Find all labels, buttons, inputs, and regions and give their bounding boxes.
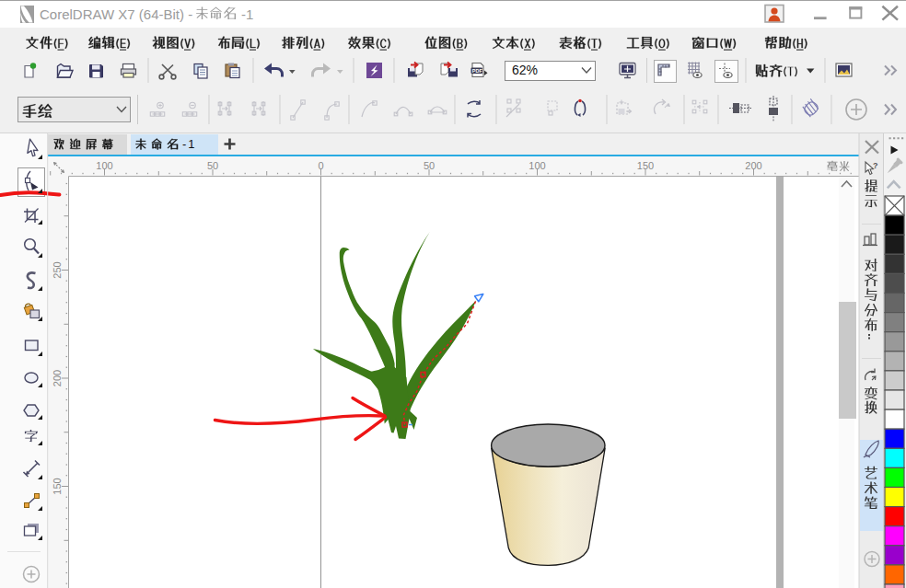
svg-text:250: 250 [52, 261, 63, 278]
svg-text:PDF: PDF [472, 68, 483, 74]
svg-text:?: ? [873, 161, 878, 170]
svg-text:50: 50 [207, 160, 218, 171]
svg-text:0: 0 [318, 160, 323, 171]
svg-text:200: 200 [745, 160, 761, 171]
svg-text:100: 100 [528, 160, 545, 171]
svg-text:200: 200 [52, 370, 63, 386]
svg-text:150: 150 [637, 160, 654, 171]
svg-text:100: 100 [96, 160, 112, 171]
svg-text:150: 150 [52, 478, 63, 494]
svg-text:50: 50 [424, 160, 435, 171]
